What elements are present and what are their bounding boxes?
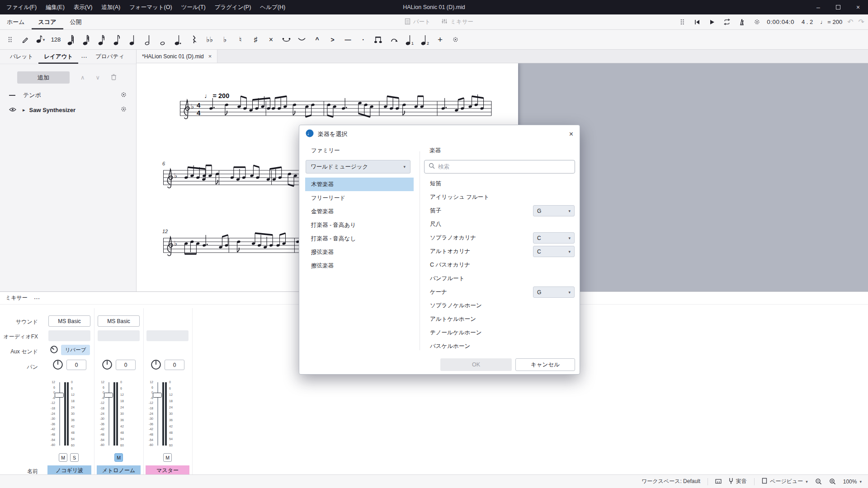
move-up-button[interactable]: ∧ bbox=[80, 74, 85, 81]
volume-fader-handle[interactable] bbox=[153, 393, 162, 398]
menu-item[interactable]: ヘルプ(H) bbox=[255, 0, 290, 14]
instrument-item[interactable]: C バスオカリナ bbox=[424, 258, 575, 272]
maximize-button[interactable] bbox=[828, 0, 848, 14]
volume-fader-handle[interactable] bbox=[55, 393, 64, 398]
mute-button[interactable]: M bbox=[163, 453, 172, 462]
customize-toolbar-button[interactable] bbox=[449, 33, 462, 47]
pan-knob[interactable] bbox=[52, 359, 63, 372]
expand-arrow-icon[interactable]: ▸ bbox=[23, 107, 25, 113]
voice-2-button[interactable]: 2 bbox=[419, 33, 431, 47]
duration-16th-button[interactable] bbox=[96, 33, 108, 47]
marcato-button[interactable]: ^ bbox=[311, 33, 323, 47]
settings-gear-icon[interactable] bbox=[120, 106, 127, 114]
aux-send-button[interactable]: リバーブ bbox=[61, 345, 90, 355]
pan-value-field[interactable]: 0 bbox=[66, 360, 86, 370]
midi-input-button[interactable] bbox=[715, 479, 722, 484]
menu-item[interactable]: プラグイン(P) bbox=[210, 0, 256, 14]
transposition-select[interactable]: C▾ bbox=[533, 246, 575, 257]
layout-item-tempo[interactable]: テンポ bbox=[0, 88, 136, 103]
pan-knob[interactable] bbox=[102, 359, 113, 372]
transposition-select[interactable]: G▾ bbox=[533, 286, 575, 298]
audio-fx-field[interactable] bbox=[146, 330, 189, 341]
tab-score[interactable]: スコア bbox=[32, 14, 63, 29]
slur-button[interactable] bbox=[296, 33, 308, 47]
instrument-item[interactable]: アルトオカリナC▾ bbox=[424, 244, 575, 258]
channel-name-tag[interactable]: マスター bbox=[146, 465, 189, 475]
double-flat-button[interactable]: ♭♭ bbox=[203, 33, 216, 47]
panel-more-button[interactable]: ⋯ bbox=[78, 50, 90, 64]
instrument-item[interactable]: バスケルホーン bbox=[424, 339, 575, 353]
zoom-out-button[interactable] bbox=[815, 478, 822, 485]
tempo-display[interactable]: ♩= 200 bbox=[820, 19, 842, 25]
flip-direction-button[interactable] bbox=[388, 33, 400, 47]
tuplet-button[interactable] bbox=[373, 33, 385, 47]
view-mode-selector[interactable]: ページビュー▾ bbox=[762, 478, 808, 485]
solo-button[interactable]: S bbox=[70, 453, 79, 462]
flat-button[interactable]: ♭ bbox=[219, 33, 231, 47]
sharp-button[interactable]: ♯ bbox=[250, 33, 262, 47]
rest-button[interactable] bbox=[188, 33, 200, 47]
minimize-button[interactable]: – bbox=[808, 0, 828, 14]
instrument-item[interactable]: ソプラノケルホーン bbox=[424, 299, 575, 312]
volume-fader-handle[interactable] bbox=[104, 393, 113, 398]
aux-send-knob[interactable] bbox=[50, 345, 58, 356]
move-down-button[interactable]: ∨ bbox=[96, 74, 100, 81]
duration-whole-button[interactable] bbox=[157, 33, 170, 47]
tenuto-button[interactable]: — bbox=[342, 33, 354, 47]
sound-select-button[interactable]: MS Basic bbox=[98, 315, 140, 327]
pan-knob[interactable] bbox=[151, 359, 161, 372]
zoom-in-button[interactable] bbox=[829, 478, 836, 485]
staccato-button[interactable]: · bbox=[357, 33, 369, 47]
tab-home[interactable]: ホーム bbox=[0, 14, 32, 29]
tab-properties[interactable]: プロパティ bbox=[90, 50, 130, 64]
transposition-select[interactable]: G▾ bbox=[533, 205, 575, 216]
audio-fx-field[interactable] bbox=[98, 330, 140, 341]
instrument-item[interactable]: アルトケルホーン bbox=[424, 312, 575, 326]
ok-button[interactable]: OK bbox=[440, 358, 512, 371]
family-dropdown[interactable]: ワールドミュージック ▾ bbox=[306, 160, 410, 174]
metronome-button[interactable] bbox=[737, 17, 747, 27]
duration-quarter-button[interactable] bbox=[127, 33, 139, 47]
instrument-item[interactable]: 尺八 bbox=[424, 217, 575, 231]
volume-fader-track[interactable] bbox=[59, 382, 60, 446]
play-button[interactable] bbox=[707, 17, 717, 27]
playback-settings-button[interactable] bbox=[752, 17, 762, 27]
toolbar-drag-handle[interactable] bbox=[677, 17, 687, 27]
loop-button[interactable] bbox=[722, 17, 732, 27]
close-button[interactable]: × bbox=[848, 0, 868, 14]
instrument-item[interactable]: ソプラノオカリナC▾ bbox=[424, 231, 575, 244]
note-input-button[interactable] bbox=[19, 33, 31, 47]
workspace-selector[interactable]: ワークスペース: Default bbox=[642, 478, 700, 485]
natural-button[interactable]: ♮ bbox=[234, 33, 246, 47]
instrument-item[interactable]: テノールケルホーン bbox=[424, 326, 575, 339]
cancel-button[interactable]: キャンセル bbox=[515, 358, 575, 371]
layout-item-instrument[interactable]: ▸ Saw Synthesizer bbox=[0, 103, 136, 117]
family-item[interactable]: 擦弦楽器 bbox=[305, 259, 414, 272]
instrument-item[interactable]: ケーナG▾ bbox=[424, 285, 575, 299]
family-item[interactable]: 撥弦楽器 bbox=[305, 245, 414, 259]
document-tab[interactable]: *HALion Sonic 01 (D).mid × bbox=[137, 50, 217, 63]
augmentation-dot-button[interactable] bbox=[173, 33, 185, 47]
accent-button[interactable]: > bbox=[326, 33, 339, 47]
mute-button[interactable]: M bbox=[114, 453, 123, 462]
menu-item[interactable]: 編集(E) bbox=[41, 0, 69, 14]
delete-button[interactable] bbox=[111, 74, 117, 82]
instrument-item[interactable]: 笛子G▾ bbox=[424, 204, 575, 217]
duration-128th-button[interactable]: 128 bbox=[50, 33, 62, 47]
visibility-eye-icon[interactable] bbox=[9, 107, 16, 113]
add-palette-button[interactable]: + bbox=[434, 33, 446, 47]
family-item[interactable]: フリーリード bbox=[305, 191, 414, 205]
duration-8th-button[interactable] bbox=[111, 33, 123, 47]
note-toolbar-drag-handle[interactable] bbox=[4, 33, 16, 47]
channel-name-tag[interactable]: ノコギリ波 bbox=[47, 465, 91, 475]
menu-item[interactable]: 追加(A) bbox=[97, 0, 125, 14]
menu-item[interactable]: 表示(V) bbox=[69, 0, 97, 14]
mute-button[interactable]: M bbox=[59, 453, 67, 462]
settings-gear-icon[interactable] bbox=[120, 91, 127, 99]
instrument-item[interactable]: 短笛 bbox=[424, 177, 575, 190]
voice-1-button[interactable]: 1 bbox=[403, 33, 415, 47]
duration-32nd-button[interactable] bbox=[80, 33, 93, 47]
instrument-item[interactable]: アイリッシュ フルート bbox=[424, 190, 575, 204]
pan-value-field[interactable]: 0 bbox=[116, 360, 136, 370]
concert-pitch-toggle[interactable]: 実音 bbox=[729, 478, 747, 485]
